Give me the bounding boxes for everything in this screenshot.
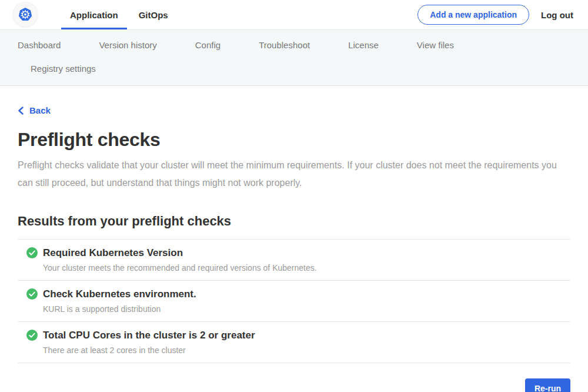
- rerun-button[interactable]: Re-run: [525, 378, 570, 392]
- logout-link[interactable]: Log out: [541, 10, 573, 20]
- preflight-page: Back Preflight checks Preflight checks v…: [0, 86, 588, 363]
- back-link[interactable]: Back: [18, 105, 51, 115]
- check-circle-icon: [26, 247, 38, 258]
- subnav-item-troubleshoot[interactable]: Troubleshoot: [259, 38, 310, 53]
- page-description: Preflight checks validate that your clus…: [18, 157, 562, 192]
- check-message: Your cluster meets the recommended and r…: [43, 263, 570, 273]
- check-circle-icon: [26, 288, 38, 300]
- check-message: There are at least 2 cores in the cluste…: [43, 346, 570, 355]
- check-row-cpu-cores: Total CPU Cores in the cluster is 2 or g…: [18, 321, 570, 363]
- subnav-item-version-history[interactable]: Version history: [99, 38, 156, 53]
- page-actions: Re-run: [0, 363, 588, 392]
- kubernetes-logo-icon: [15, 5, 35, 25]
- check-row-kubernetes-version: Required Kubernetes Version Your cluster…: [18, 239, 570, 280]
- check-title: Required Kubernetes Version: [43, 247, 183, 259]
- add-new-application-button[interactable]: Add a new application: [417, 5, 529, 25]
- check-title: Total CPU Cores in the cluster is 2 or g…: [43, 330, 255, 341]
- subnav-item-view-files[interactable]: View files: [417, 38, 454, 53]
- check-message: KURL is a supported distribution: [43, 304, 570, 314]
- kubernetes-logo[interactable]: [13, 2, 38, 27]
- subnav-row-1: Dashboard Version history Config Trouble…: [18, 38, 588, 53]
- primary-nav: Application GitOps: [61, 0, 177, 29]
- app-subnav: Dashboard Version history Config Trouble…: [0, 30, 588, 86]
- chevron-left-icon: [18, 107, 24, 115]
- header-right: Add a new application Log out: [417, 5, 573, 25]
- back-link-label: Back: [29, 105, 51, 115]
- tab-gitops-label: GitOps: [139, 10, 168, 20]
- top-header: Application GitOps Add a new application…: [0, 0, 588, 30]
- page-title: Preflight checks: [18, 129, 570, 151]
- check-circle-icon: [26, 330, 38, 341]
- preflight-results-list: Required Kubernetes Version Your cluster…: [18, 239, 570, 363]
- check-title: Check Kubernetes environment.: [43, 288, 196, 300]
- results-heading: Results from your preflight checks: [18, 214, 570, 229]
- check-row-kubernetes-environment: Check Kubernetes environment. KURL is a …: [18, 280, 570, 321]
- subnav-row-2: Registry settings: [18, 61, 588, 77]
- tab-application[interactable]: Application: [61, 0, 127, 29]
- tab-application-label: Application: [70, 10, 118, 20]
- subnav-item-license[interactable]: License: [348, 38, 379, 53]
- subnav-item-config[interactable]: Config: [195, 38, 220, 53]
- tab-gitops[interactable]: GitOps: [130, 0, 177, 29]
- subnav-item-registry-settings[interactable]: Registry settings: [31, 61, 96, 77]
- subnav-item-dashboard[interactable]: Dashboard: [18, 38, 61, 53]
